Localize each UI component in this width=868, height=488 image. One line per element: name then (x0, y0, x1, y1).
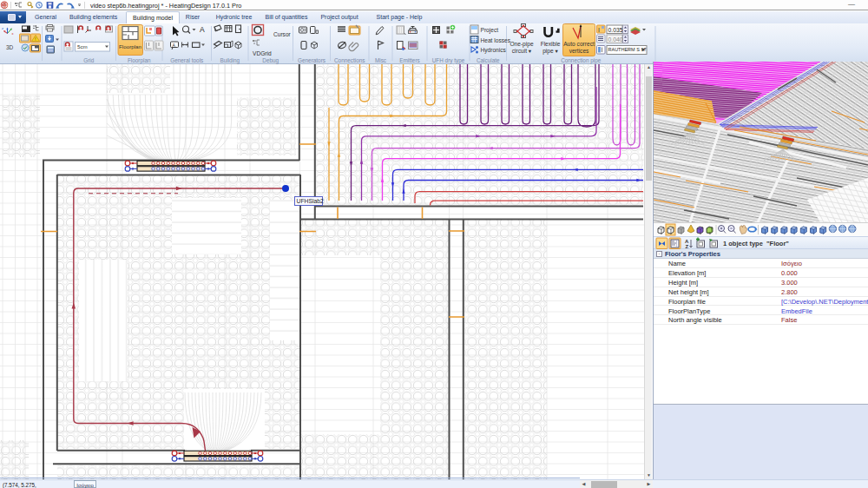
svg-text:vertices: vertices (569, 48, 589, 54)
svg-text:A: A (200, 25, 205, 34)
svg-text:5cm: 5cm (77, 43, 88, 49)
svg-text:Auto correct: Auto correct (563, 41, 595, 47)
svg-text:Emitters: Emitters (399, 57, 419, 63)
svg-text:UFHSlab2: UFHSlab2 (297, 198, 325, 204)
svg-text:I: I (598, 27, 600, 33)
svg-text:UFH dry type: UFH dry type (432, 57, 465, 64)
svg-text:Cursor: Cursor (273, 31, 292, 37)
svg-text:Heat losses: Heat losses (481, 37, 511, 43)
svg-text:Calculate: Calculate (477, 57, 500, 63)
svg-text:Debug: Debug (262, 57, 279, 64)
svg-text:3D: 3D (6, 44, 14, 50)
svg-text:0.035: 0.035 (608, 27, 623, 33)
svg-text:Floorplan: Floorplan (128, 57, 151, 64)
svg-text:Generators: Generators (298, 57, 326, 63)
svg-text:circuit ▾: circuit ▾ (512, 48, 532, 54)
svg-text:Flexible: Flexible (541, 41, 561, 47)
svg-text:RAUTHERM S 17: RAUTHERM S 17 (608, 47, 647, 52)
svg-text:0.040: 0.040 (608, 36, 623, 43)
svg-text:Connection pipe: Connection pipe (561, 57, 602, 64)
svg-text:VDGrid: VDGrid (253, 50, 272, 56)
svg-text:Hydronics: Hydronics (481, 47, 507, 54)
svg-text:10: 10 (3, 3, 8, 8)
svg-text:pipe ▾: pipe ▾ (542, 48, 558, 55)
svg-text:Project: Project (481, 27, 499, 34)
svg-text:Floorplan: Floorplan (119, 43, 141, 49)
svg-text:Building: Building (220, 57, 240, 64)
svg-text:Connections: Connections (334, 57, 365, 63)
svg-text:Grid: Grid (83, 57, 95, 63)
svg-text:z: z (2, 26, 3, 30)
svg-text:General tools: General tools (170, 57, 203, 63)
svg-text:x: x (12, 31, 14, 36)
svg-text:Misc: Misc (375, 57, 387, 63)
